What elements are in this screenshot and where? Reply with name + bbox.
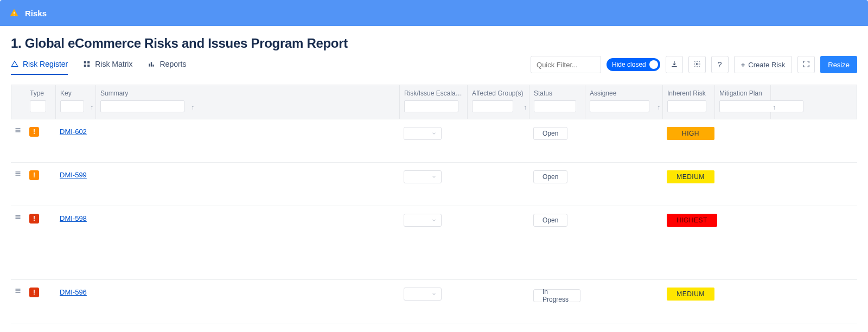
filter-summary[interactable]: [100, 100, 184, 112]
issue-key-link[interactable]: DMI-596: [60, 288, 87, 296]
panel-title: Risks: [25, 9, 47, 18]
table-row: ! DMI-598 Open HIGHEST: [11, 206, 857, 280]
fullscreen-button[interactable]: [797, 56, 815, 73]
cell-status: Open: [529, 163, 585, 206]
issue-key-link[interactable]: DMI-599: [60, 171, 87, 179]
filter-assignee[interactable]: [590, 100, 649, 112]
resize-label: Resize: [828, 61, 850, 69]
sort-arrow-icon[interactable]: ↑: [657, 104, 660, 111]
filter-status[interactable]: [534, 100, 576, 112]
svg-rect-4: [84, 65, 86, 67]
type-badge-icon: !: [29, 170, 39, 180]
cell-mitigation: [714, 119, 770, 162]
col-inherent: Inherent Risk: [663, 85, 715, 119]
export-button[interactable]: [666, 56, 683, 73]
risk-table: Type Key ↑ Summary ↑ Risk/Issue Escalati…: [11, 85, 857, 323]
svg-rect-0: [14, 12, 15, 14]
escalation-select[interactable]: [404, 288, 442, 301]
escalation-select[interactable]: [404, 214, 442, 227]
cell-inherent: HIGH: [662, 119, 714, 162]
svg-rect-2: [84, 61, 86, 63]
chevron-down-icon: [431, 173, 437, 181]
toggle-knob: [649, 60, 658, 69]
settings-button[interactable]: [688, 56, 706, 73]
status-badge: In Progress: [533, 289, 580, 302]
col-assignee: Assignee ↑: [585, 85, 663, 119]
drag-handle[interactable]: [11, 206, 25, 279]
cell-escalation: [399, 119, 467, 162]
download-icon: [671, 60, 678, 69]
cell-key: DMI-599: [55, 163, 95, 206]
col-status: Status: [529, 85, 585, 119]
cell-blank: [770, 280, 863, 323]
chevron-down-icon: [431, 290, 437, 298]
cell-mitigation: [714, 163, 770, 206]
cell-status: In Progress: [529, 280, 585, 323]
cell-mitigation: [714, 206, 770, 279]
drag-handle[interactable]: [11, 119, 25, 162]
chart-icon: [148, 60, 155, 68]
issue-key-link[interactable]: DMI-602: [60, 127, 87, 136]
tab-risk-matrix[interactable]: Risk Matrix: [83, 54, 132, 75]
cell-affected: [467, 119, 529, 162]
cell-escalation: [399, 163, 467, 206]
table-header: Type Key ↑ Summary ↑ Risk/Issue Escalati…: [11, 85, 857, 119]
col-summary: Summary ↑: [96, 85, 400, 119]
cell-assignee: [585, 206, 662, 279]
tab-risk-register[interactable]: Risk Register: [11, 54, 68, 75]
cell-summary: [95, 280, 399, 323]
chevron-down-icon: [431, 216, 437, 225]
inherent-risk-badge: MEDIUM: [667, 170, 714, 183]
cell-inherent: MEDIUM: [662, 280, 714, 323]
cell-affected: [467, 163, 529, 206]
table-row: ! DMI-602 Open HIGH: [11, 119, 857, 163]
cell-key: DMI-602: [55, 119, 95, 162]
cell-assignee: [585, 119, 662, 162]
cell-blank: [770, 206, 863, 279]
cell-status: Open: [529, 206, 585, 279]
escalation-select[interactable]: [404, 170, 442, 183]
status-badge: Open: [533, 170, 567, 183]
plus-icon: +: [741, 61, 745, 69]
cell-key: DMI-596: [55, 280, 95, 323]
tab-label: Reports: [159, 60, 186, 68]
svg-point-9: [696, 63, 698, 65]
col-drag: [11, 85, 25, 119]
chevron-down-icon: [431, 130, 437, 138]
col-key: Key ↑: [56, 85, 96, 119]
escalation-select[interactable]: [404, 127, 442, 140]
create-risk-button[interactable]: + Create Risk: [734, 56, 793, 73]
create-risk-label: Create Risk: [748, 61, 785, 69]
filter-escalation[interactable]: [404, 100, 458, 112]
col-blank: [771, 85, 863, 119]
help-button[interactable]: ?: [711, 56, 729, 73]
cell-assignee: [585, 163, 662, 206]
toggle-label: Hide closed: [612, 61, 646, 68]
filter-inherent[interactable]: [667, 100, 706, 112]
table-row: ! DMI-596 In Progress MEDIUM: [11, 280, 857, 323]
question-icon: ?: [718, 60, 722, 69]
cell-type: !: [25, 206, 55, 279]
filter-type[interactable]: [30, 100, 46, 112]
svg-rect-7: [151, 62, 152, 67]
svg-rect-1: [14, 15, 15, 16]
drag-handle[interactable]: [11, 280, 25, 323]
filter-affected[interactable]: [472, 100, 513, 112]
hide-closed-toggle[interactable]: Hide closed: [607, 58, 660, 71]
svg-rect-5: [87, 65, 90, 67]
sort-arrow-icon[interactable]: ↑: [90, 104, 93, 111]
sort-arrow-icon[interactable]: ↑: [191, 104, 194, 111]
sort-arrow-icon[interactable]: ↑: [524, 104, 527, 111]
drag-handle[interactable]: [11, 163, 25, 206]
grid-icon: [83, 60, 91, 68]
col-affected: Affected Group(s) ↑: [468, 85, 529, 119]
issue-key-link[interactable]: DMI-598: [60, 214, 87, 222]
filter-key[interactable]: [60, 100, 84, 112]
tab-reports[interactable]: Reports: [148, 54, 186, 75]
resize-button[interactable]: Resize: [820, 56, 857, 73]
cell-inherent: MEDIUM: [662, 163, 714, 206]
quick-filter-input[interactable]: [531, 56, 601, 73]
type-badge-icon: !: [29, 214, 39, 224]
cell-type: !: [25, 119, 55, 162]
cell-summary: [95, 119, 399, 162]
